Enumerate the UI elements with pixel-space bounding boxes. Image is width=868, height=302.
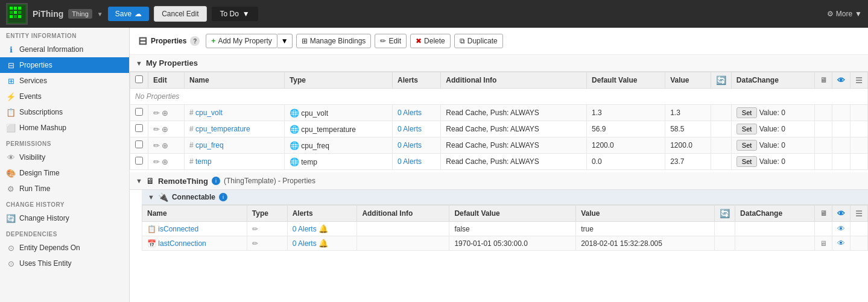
todo-button[interactable]: To Do ▼ bbox=[212, 7, 258, 21]
conn-th-monitor: 🖥 bbox=[815, 206, 832, 222]
move-icon[interactable]: ⊕ bbox=[162, 141, 168, 150]
edit-pencil-icon[interactable]: ✏ bbox=[153, 109, 160, 118]
edit-pencil-icon[interactable]: ✏ bbox=[153, 141, 160, 150]
row-value-cell: 58.5 bbox=[665, 121, 711, 137]
move-icon[interactable]: ⊕ bbox=[162, 157, 168, 166]
sidebar-item-run-time[interactable]: ⚙ Run Time bbox=[0, 181, 129, 197]
sidebar-item-services[interactable]: ⊞ Services bbox=[0, 73, 129, 89]
delete-button[interactable]: ✖ Delete bbox=[410, 34, 451, 48]
row-eye-icon2[interactable]: 👁 bbox=[837, 239, 845, 248]
property-name-link[interactable]: cpu_volt bbox=[195, 109, 223, 117]
alerts-link[interactable]: 0 Alerts bbox=[398, 157, 422, 166]
row-refresh-cell bbox=[711, 154, 731, 170]
more-button[interactable]: ⚙ More ▼ bbox=[827, 10, 862, 18]
run-time-icon: ⚙ bbox=[6, 184, 16, 193]
th-default-value: Default Value bbox=[587, 72, 665, 89]
dropdown-arrow-icon[interactable]: ▼ bbox=[97, 11, 103, 17]
sidebar-item-design-time[interactable]: 🎨 Design Time bbox=[0, 165, 129, 181]
conn-alerts-link2[interactable]: 0 Alerts bbox=[293, 239, 317, 248]
connectable-toggle[interactable]: ▼ bbox=[148, 193, 154, 201]
edit-toolbar-button[interactable]: ✏ Edit bbox=[375, 34, 407, 48]
alerts-link[interactable]: 0 Alerts bbox=[398, 141, 422, 149]
property-type: cpu_temperature bbox=[301, 125, 356, 134]
conn-row-refresh-cell bbox=[715, 222, 735, 236]
properties-icon: ⊟ bbox=[6, 60, 16, 70]
conn-th-datachange: DataChange bbox=[735, 206, 815, 222]
row-edit-cell: ✏ ⊕ bbox=[148, 121, 185, 137]
conn-eye-icon: 👁 bbox=[837, 209, 845, 218]
alerts-link[interactable]: 0 Alerts bbox=[398, 109, 422, 117]
row-checkbox[interactable] bbox=[135, 108, 143, 116]
manage-bindings-button[interactable]: ⊞ Manage Bindings bbox=[296, 34, 372, 48]
my-properties-toggle[interactable]: ▼ bbox=[136, 60, 142, 67]
set-button[interactable]: Set bbox=[737, 107, 758, 118]
set-button[interactable]: Set bbox=[737, 140, 758, 151]
sidebar-item-properties[interactable]: ⊟ Properties bbox=[0, 57, 129, 73]
remote-thing-section-header: ▼ 🖥 RemoteThing i (ThingTemplate) - Prop… bbox=[130, 172, 868, 190]
content-area: ⊟ Properties ? + Add My Property ▼ ⊞ Man… bbox=[130, 28, 868, 302]
row-checkbox[interactable] bbox=[135, 140, 143, 148]
sidebar-item-change-history[interactable]: 🔄 Change History bbox=[0, 210, 129, 226]
duplicate-button[interactable]: ⧉ Duplicate bbox=[454, 34, 503, 48]
set-button[interactable]: Set bbox=[737, 124, 758, 134]
remote-thing-info-icon[interactable]: i bbox=[212, 177, 220, 185]
connectable-info-icon[interactable]: i bbox=[219, 193, 227, 201]
sidebar-item-entity-depends-on[interactable]: ⊙ Entity Depends On bbox=[0, 240, 129, 256]
sidebar-item-home-mashup[interactable]: ⬜ Home Mashup bbox=[0, 120, 129, 136]
row-refresh-cell bbox=[711, 137, 731, 154]
property-name-link[interactable]: cpu_freq bbox=[195, 141, 224, 149]
conn-type-edit-icon[interactable]: ✏ bbox=[252, 225, 258, 233]
conn-type-edit-icon2[interactable]: ✏ bbox=[252, 239, 258, 248]
cancel-edit-button[interactable]: Cancel Edit bbox=[154, 6, 206, 22]
row-datachange-cell: Set Value: 0 bbox=[731, 105, 814, 121]
alerts-link[interactable]: 0 Alerts bbox=[398, 125, 422, 133]
row-default-value-cell: 1200.0 bbox=[587, 137, 665, 154]
conn-th-type: Type bbox=[247, 206, 287, 222]
entity-depends-icon: ⊙ bbox=[6, 243, 16, 253]
edit-pencil-icon[interactable]: ✏ bbox=[153, 157, 160, 166]
remote-thing-toggle[interactable]: ▼ bbox=[136, 177, 142, 184]
add-property-button[interactable]: + Add My Property bbox=[206, 34, 277, 48]
sidebar-properties-label: Properties bbox=[19, 61, 52, 69]
conn-th-list: ☰ bbox=[851, 206, 868, 222]
table-row: ✏ ⊕ # temp 🌐 temp 0 Alerts Read Cache, P… bbox=[130, 154, 868, 170]
sidebar-visibility-label: Visibility bbox=[19, 153, 45, 162]
th-eye: 👁 bbox=[832, 72, 851, 89]
row-datachange-cell: Set Value: 0 bbox=[731, 121, 814, 137]
sidebar-item-visibility[interactable]: 👁 Visibility bbox=[0, 149, 129, 165]
conn-alerts-link[interactable]: 0 Alerts bbox=[293, 225, 317, 233]
row-checkbox-cell bbox=[130, 154, 148, 170]
sidebar-item-general-information[interactable]: ℹ General Information bbox=[0, 42, 129, 57]
row-eye-cell bbox=[832, 121, 851, 137]
th-type: Type bbox=[284, 72, 392, 89]
th-datachange: DataChange bbox=[731, 72, 814, 89]
th-monitor: 🖥 bbox=[815, 72, 832, 89]
conn-name-icon: 📋 bbox=[147, 225, 156, 233]
monitor-icon: 🖥 bbox=[820, 76, 827, 84]
conn-row-monitor-cell bbox=[815, 222, 832, 236]
move-icon[interactable]: ⊕ bbox=[162, 125, 168, 134]
help-icon[interactable]: ? bbox=[190, 36, 200, 46]
move-icon[interactable]: ⊕ bbox=[162, 109, 168, 118]
property-name-link[interactable]: cpu_temperature bbox=[195, 125, 250, 133]
row-checkbox[interactable] bbox=[135, 157, 143, 165]
my-properties-section-header: ▼ My Properties bbox=[130, 55, 868, 72]
edit-pencil-icon[interactable]: ✏ bbox=[153, 125, 160, 134]
property-name-link[interactable]: temp bbox=[195, 157, 212, 166]
app-title: PiThing bbox=[33, 9, 63, 19]
conn-property-name-link[interactable]: isConnected bbox=[158, 225, 198, 233]
sidebar-item-subscriptions[interactable]: 📋 Subscriptions bbox=[0, 104, 129, 120]
row-checkbox[interactable] bbox=[135, 124, 143, 132]
row-eye-icon[interactable]: 👁 bbox=[837, 224, 845, 233]
add-property-dropdown-button[interactable]: ▼ bbox=[277, 34, 293, 48]
save-button[interactable]: Save ☁ bbox=[108, 7, 149, 21]
sidebar-item-events[interactable]: ⚡ Events bbox=[0, 89, 129, 104]
save-label: Save bbox=[115, 10, 131, 18]
row-monitor-cell bbox=[815, 105, 832, 121]
hash-icon: # bbox=[189, 109, 195, 117]
conn-property-name-link2[interactable]: lastConnection bbox=[158, 239, 206, 248]
sidebar-item-uses-this-entity[interactable]: ⊙ Uses This Entity bbox=[0, 256, 129, 271]
set-button[interactable]: Set bbox=[737, 156, 758, 167]
page-title-text: Properties bbox=[151, 37, 186, 45]
select-all-checkbox[interactable] bbox=[135, 75, 143, 83]
